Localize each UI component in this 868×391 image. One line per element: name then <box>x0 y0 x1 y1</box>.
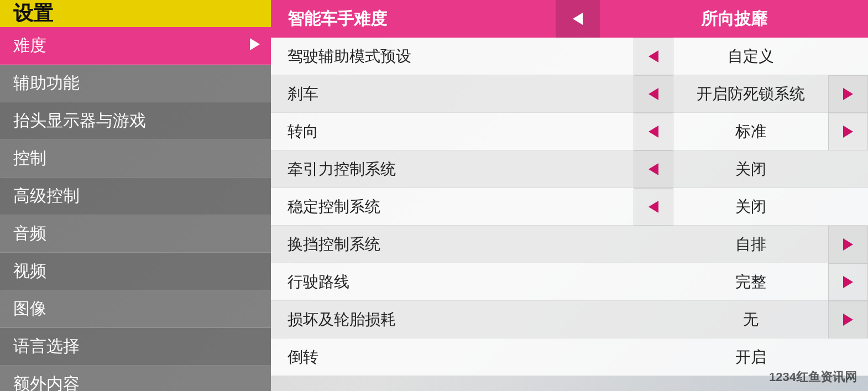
row-label-gear-control: 换挡控制系统 <box>271 234 634 255</box>
sidebar-item-image[interactable]: 图像 <box>0 290 271 328</box>
setting-row-brake: 刹车开启防死锁系统 <box>271 75 868 113</box>
sidebar-item-label-advanced-control: 高级控制 <box>13 185 80 207</box>
row-right-arrow-gear-control[interactable] <box>828 226 868 263</box>
row-right-arrow-damage[interactable] <box>828 301 868 338</box>
sidebar-item-video[interactable]: 视频 <box>0 253 271 290</box>
sidebar-item-arrow-difficulty <box>250 38 260 53</box>
sidebar-item-label-image: 图像 <box>13 298 46 320</box>
watermark: 1234红鱼资讯网 <box>769 369 857 385</box>
row-value-damage: 无 <box>673 309 828 330</box>
sidebar-item-label-extra: 额外内容 <box>13 373 80 391</box>
sidebar-item-label-assist: 辅助功能 <box>13 72 80 95</box>
row-label-reverse: 倒转 <box>271 347 634 368</box>
sidebar-title: 设置 <box>0 0 271 27</box>
settings-list: 驾驶辅助模式预设自定义刹车开启防死锁系统转向标准牵引力控制系统关闭稳定控制系统关… <box>271 38 868 391</box>
row-right-arrow-driving-line[interactable] <box>828 263 868 301</box>
header-arrow-left-button[interactable] <box>556 0 600 38</box>
setting-row-driving-assist: 驾驶辅助模式预设自定义 <box>271 38 868 75</box>
setting-row-stability: 稳定控制系统关闭 <box>271 188 868 226</box>
sidebar-item-label-language: 语言选择 <box>13 335 80 358</box>
row-value-reverse: 开启 <box>673 347 828 368</box>
row-value-brake: 开启防死锁系统 <box>673 84 828 105</box>
row-left-arrow-stability[interactable] <box>634 188 673 226</box>
row-value-steering: 标准 <box>673 121 828 142</box>
header-left-arrow-icon <box>573 13 583 25</box>
setting-row-gear-control: 换挡控制系统自排 <box>271 226 868 263</box>
row-value-traction: 关闭 <box>673 159 828 180</box>
setting-row-driving-line: 行驶路线完整 <box>271 263 868 301</box>
setting-row-steering: 转向标准 <box>271 113 868 150</box>
row-label-stability: 稳定控制系统 <box>271 196 634 217</box>
setting-row-damage: 损坏及轮胎损耗无 <box>271 301 868 338</box>
sidebar-item-language[interactable]: 语言选择 <box>0 328 271 366</box>
row-label-driving-line: 行驶路线 <box>271 272 634 293</box>
row-label-steering: 转向 <box>271 121 634 142</box>
row-left-arrow-steering[interactable] <box>634 113 673 150</box>
sidebar-item-assist[interactable]: 辅助功能 <box>0 65 271 102</box>
header-label: 智能车手难度 <box>287 8 556 30</box>
sidebar-item-control[interactable]: 控制 <box>0 140 271 178</box>
sidebar-title-text: 设置 <box>13 0 53 27</box>
sidebar-item-difficulty[interactable]: 难度 <box>0 27 271 65</box>
row-right-arrow-steering[interactable] <box>828 113 868 150</box>
main-container: 设置 难度辅助功能抬头显示器与游戏控制高级控制音频视频图像语言选择额外内容 智能… <box>0 0 868 391</box>
header-value: 所向披靡 <box>600 8 868 30</box>
row-left-arrow-brake[interactable] <box>634 75 673 113</box>
sidebar: 设置 难度辅助功能抬头显示器与游戏控制高级控制音频视频图像语言选择额外内容 <box>0 0 271 391</box>
sidebar-item-label-control: 控制 <box>13 147 46 170</box>
sidebar-item-label-difficulty: 难度 <box>13 34 46 57</box>
sidebar-item-hud[interactable]: 抬头显示器与游戏 <box>0 102 271 140</box>
sidebar-items: 难度辅助功能抬头显示器与游戏控制高级控制音频视频图像语言选择额外内容 <box>0 27 271 391</box>
row-left-arrow-traction[interactable] <box>634 150 673 188</box>
row-value-stability: 关闭 <box>673 196 828 217</box>
sidebar-item-label-audio: 音频 <box>13 222 46 245</box>
row-value-driving-assist: 自定义 <box>673 46 828 67</box>
row-left-arrow-driving-assist[interactable] <box>634 38 673 75</box>
row-label-traction: 牵引力控制系统 <box>271 159 634 180</box>
row-value-gear-control: 自排 <box>673 234 828 255</box>
setting-row-traction: 牵引力控制系统关闭 <box>271 150 868 188</box>
sidebar-item-label-video: 视频 <box>13 260 46 283</box>
row-value-driving-line: 完整 <box>673 272 828 293</box>
row-right-arrow-brake[interactable] <box>828 75 868 113</box>
content-area: 智能车手难度 所向披靡 驾驶辅助模式预设自定义刹车开启防死锁系统转向标准牵引力控… <box>271 0 868 391</box>
sidebar-item-advanced-control[interactable]: 高级控制 <box>0 178 271 215</box>
sidebar-item-label-hud: 抬头显示器与游戏 <box>13 110 146 132</box>
sidebar-item-extra[interactable]: 额外内容 <box>0 366 271 391</box>
row-label-damage: 损坏及轮胎损耗 <box>271 309 634 330</box>
sidebar-item-audio[interactable]: 音频 <box>0 215 271 253</box>
content-header: 智能车手难度 所向披靡 <box>271 0 868 38</box>
row-label-brake: 刹车 <box>271 84 634 105</box>
row-label-driving-assist: 驾驶辅助模式预设 <box>271 46 634 67</box>
